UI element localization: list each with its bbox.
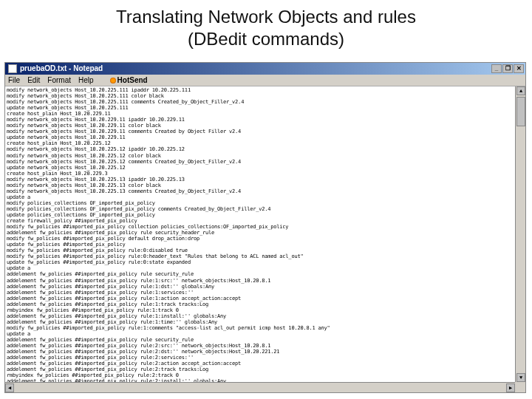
scroll-left-button[interactable]: ◀ — [5, 383, 14, 392]
notepad-window: pruebaOD.txt - Notepad _ ❐ ✕ File Edit F… — [4, 62, 526, 393]
editor-textarea[interactable]: modify network_objects Host_10.20.225.11… — [5, 86, 525, 392]
slide-title-line1: Translating Network Objects and rules — [30, 6, 502, 28]
menu-help[interactable]: Help — [78, 76, 94, 85]
slide-title: Translating Network Objects and rules (D… — [0, 0, 532, 53]
close-button[interactable]: ✕ — [514, 64, 524, 73]
hotsend-icon — [110, 78, 116, 83]
scroll-thumb-vertical[interactable] — [516, 97, 525, 126]
scrollbar-vertical[interactable]: ▲ ▼ — [515, 86, 525, 382]
scrollbar-corner — [515, 382, 525, 392]
scroll-down-button[interactable]: ▼ — [516, 373, 525, 382]
window-buttons: _ ❐ ✕ — [491, 64, 524, 73]
notepad-icon — [8, 64, 17, 73]
scroll-right-button[interactable]: ▶ — [506, 383, 515, 392]
window-title: pruebaOD.txt - Notepad — [20, 64, 491, 73]
scroll-up-button[interactable]: ▲ — [516, 86, 525, 95]
menu-format[interactable]: Format — [47, 76, 71, 85]
titlebar[interactable]: pruebaOD.txt - Notepad _ ❐ ✕ — [5, 63, 525, 75]
menubar: File Edit Format Help HotSend — [5, 75, 525, 86]
scrollbar-horizontal[interactable]: ◀ ▶ — [5, 382, 515, 392]
maximize-button[interactable]: ❐ — [502, 64, 513, 73]
menu-edit[interactable]: Edit — [27, 76, 40, 85]
menu-file[interactable]: File — [8, 76, 20, 85]
slide-title-line2: (DBedit commands) — [30, 28, 502, 50]
minimize-button[interactable]: _ — [491, 64, 502, 73]
menu-hotsend[interactable]: HotSend — [110, 76, 148, 85]
hotsend-label: HotSend — [117, 76, 148, 84]
